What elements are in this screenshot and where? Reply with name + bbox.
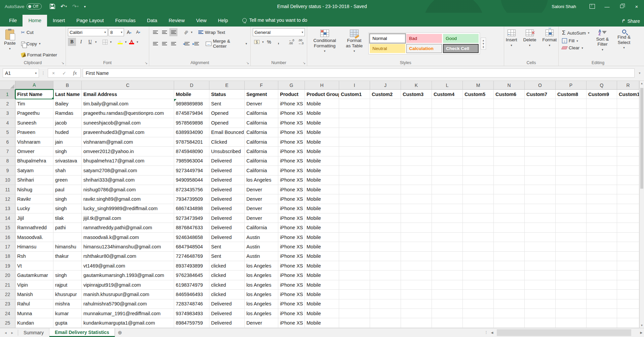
style-bad[interactable]: Bad [406,34,442,43]
cell-N20[interactable] [494,271,525,280]
cell-J8[interactable] [370,156,401,166]
cell-P20[interactable] [556,271,587,280]
tab-home[interactable]: Home [23,15,47,27]
cell-O15[interactable] [525,223,556,232]
cell-P10[interactable] [556,176,587,185]
cell-N12[interactable] [494,194,525,204]
cell-B20[interactable]: singh [53,271,82,280]
cell-G3[interactable]: iPhone XS [278,109,305,118]
cell-H17[interactable]: Mobile [305,242,339,251]
cell-R12[interactable] [617,194,639,204]
cell-O12[interactable] [525,194,556,204]
cell-O11[interactable] [525,185,556,194]
cell-H2[interactable]: Mobile [305,99,339,108]
cell-G22[interactable]: iPhone XS [278,290,305,299]
font-size-select[interactable]: 8▾ [109,28,124,36]
cell-K14[interactable] [401,213,432,223]
cell-R21[interactable] [617,280,639,290]
vertical-scrollbar[interactable]: ▲ ▼ [639,81,644,328]
cell-O24[interactable] [525,309,556,318]
cell-C25[interactable]: kundankumargupta1@gmail.com [82,318,174,328]
tab-view[interactable]: View [190,15,212,27]
cell-N8[interactable] [494,156,525,166]
cell-K16[interactable] [401,233,432,242]
cell-A11[interactable]: Nishug [15,185,53,194]
cell-B4[interactable]: jacob [53,118,82,128]
autosave-toggle[interactable]: Off [27,3,42,9]
cell-H4[interactable]: Mobile [305,118,339,128]
cell-I3[interactable] [339,109,370,118]
cell-D9[interactable]: 9273449794 [174,166,209,175]
cell-C13[interactable]: lucky_singh99989@rediffmail.com [82,204,174,213]
sheet-nav-right-icon[interactable]: ▸ [11,331,13,335]
vertical-scroll-track[interactable] [640,86,644,323]
cell-G14[interactable]: iPhone XS [278,213,305,223]
cell-Q22[interactable] [587,290,617,299]
cell-J9[interactable] [370,166,401,175]
vertical-scroll-thumb[interactable] [640,88,643,189]
cell-H25[interactable]: Mobile [305,318,339,328]
column-header-O[interactable]: O [525,81,556,90]
cell-K19[interactable] [401,261,432,271]
cell-A24[interactable]: Munna [15,309,53,318]
cell-E14[interactable]: Delivered [209,213,245,223]
cell-C8[interactable]: bhupalmehra17@gmail.com [82,156,174,166]
cell-E3[interactable]: Opened [209,109,245,118]
cell-D24[interactable]: 9374983493 [174,309,209,318]
cell-C21[interactable]: vipinrajput919@gmail.com [82,280,174,290]
cell-F12[interactable]: Denver [245,194,278,204]
cell-L14[interactable] [432,213,463,223]
column-header-G[interactable]: G [278,81,305,90]
cell-L10[interactable] [432,176,463,185]
row-header-5[interactable]: 5 [0,128,15,137]
cell-F22[interactable]: los Angeles [245,290,278,299]
cell-Q25[interactable] [587,318,617,328]
cell-R15[interactable] [617,223,639,232]
cell-Q17[interactable] [587,242,617,251]
cell-P25[interactable] [556,318,587,328]
cell-J24[interactable] [370,309,401,318]
cell-P19[interactable] [556,261,587,271]
cell-D5[interactable]: 6389934090 [174,128,209,137]
cell-I19[interactable] [339,261,370,271]
cell-C3[interactable]: prageethu.ramdas@questionpro.com [82,109,174,118]
cell-J19[interactable] [370,261,401,271]
cell-C4[interactable]: suneeshjacob@gmail.com [82,118,174,128]
style-good[interactable]: Good [443,34,479,43]
cell-C24[interactable]: munnakumar_1991@rediffmail.com [82,309,174,318]
cell-L7[interactable] [432,147,463,156]
cell-J13[interactable] [370,204,401,213]
cell-D19[interactable]: 8937493899 [174,261,209,271]
name-box[interactable]: A1 ▾ [3,68,39,78]
cell-D25[interactable]: 8984759759 [174,318,209,328]
cell-D17[interactable]: 6847948504 [174,242,209,251]
cell-L9[interactable] [432,166,463,175]
cell-K1[interactable]: Custom3 [401,90,432,99]
row-header-14[interactable]: 14 [0,213,15,223]
font-name-select[interactable]: Calibri▾ [68,28,108,36]
cell-C9[interactable]: satyam2708@gmail.com [82,166,174,175]
cell-F17[interactable]: Austin [245,242,278,251]
styles-gallery-scroll[interactable]: ▴ ▾ ⇟ [481,38,486,50]
format-as-table-button[interactable]: Format as Table ▾ [342,28,366,59]
cell-O9[interactable] [525,166,556,175]
cell-F10[interactable]: los Angeles [245,176,278,185]
cell-J3[interactable] [370,109,401,118]
cell-N3[interactable] [494,109,525,118]
close-button[interactable]: × [629,0,644,13]
number-dialog-launcher-icon[interactable]: ↘ [303,61,306,65]
cell-K20[interactable] [401,271,432,280]
cell-G4[interactable]: iPhone XS [278,118,305,128]
cell-K25[interactable] [401,318,432,328]
cell-R17[interactable] [617,242,639,251]
cell-J21[interactable] [370,280,401,290]
sort-filter-button[interactable]: AZ Sort & Filter ▾ [593,28,612,59]
percent-style-button[interactable]: % [265,38,273,46]
accounting-format-button[interactable]: $ [253,38,261,46]
middle-align-button[interactable] [160,28,168,36]
cell-O22[interactable] [525,290,556,299]
cell-G9[interactable]: iPhone XS [278,166,305,175]
cell-G8[interactable]: iPhone XS [278,156,305,166]
cell-G18[interactable]: iPhone XS [278,252,305,261]
cell-I23[interactable] [339,299,370,309]
